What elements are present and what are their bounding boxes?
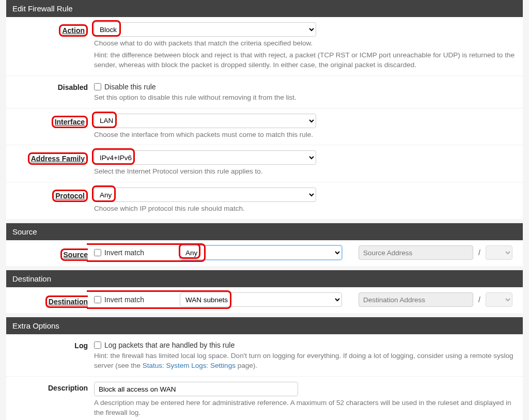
row-protocol: Protocol Any Choose which IP protocol th… <box>6 182 523 219</box>
destination-invert-wrap[interactable]: Invert match <box>94 295 177 304</box>
source-mask-select <box>486 245 512 260</box>
label-description: Description <box>12 382 94 392</box>
source-type-select[interactable]: Any <box>180 245 342 260</box>
source-invert-label: Invert match <box>104 248 144 257</box>
row-description: Description A description may be entered… <box>6 377 523 420</box>
panel-destination: Destination Destination Invert match WAN… <box>6 270 523 313</box>
slash-sep-dest: / <box>476 295 483 304</box>
destination-type-select[interactable]: WAN subnets <box>180 292 342 307</box>
source-address-input <box>359 245 473 260</box>
label-address-family: Address Family <box>31 154 85 163</box>
panel-extra-options: Extra Options Log Log packets that are h… <box>6 317 523 420</box>
label-log: Log <box>12 339 94 350</box>
help-address-family: Select the Internet Protocol version thi… <box>94 167 517 177</box>
row-address-family: Address Family IPv4+IPv6 Select the Inte… <box>6 145 523 182</box>
protocol-select[interactable]: Any <box>94 188 316 202</box>
status-system-logs-link[interactable]: Status: System Logs: Settings <box>143 362 236 369</box>
label-disabled: Disabled <box>12 81 94 91</box>
highlight-address-family: Address Family <box>28 152 88 165</box>
label-protocol: Protocol <box>55 192 85 200</box>
source-invert-checkbox[interactable] <box>94 249 101 256</box>
section-header-destination: Destination <box>6 270 523 287</box>
label-destination: Destination <box>49 298 88 306</box>
log-checkbox[interactable] <box>94 341 101 349</box>
row-log: Log Log packets that are handled by this… <box>6 334 523 377</box>
highlight-interface: Interface <box>52 116 88 128</box>
disabled-checkbox-wrap[interactable]: Disable this rule <box>94 81 517 91</box>
panel-source: Source Source Invert match Any / <box>6 223 523 266</box>
source-invert-wrap[interactable]: Invert match <box>94 248 177 257</box>
address-family-select[interactable]: IPv4+IPv6 <box>94 150 316 165</box>
section-header-edit: Edit Firewall Rule <box>6 0 523 17</box>
row-action: Action Block Choose what to do with pack… <box>6 17 523 76</box>
highlight-action: Action <box>59 24 88 37</box>
disabled-checkbox-label: Disable this rule <box>104 83 156 91</box>
help-disabled: Set this option to disable this rule wit… <box>94 93 517 103</box>
description-input[interactable] <box>94 382 298 396</box>
row-destination: Destination Invert match WAN subnets / <box>6 287 523 313</box>
highlight-source: Source <box>60 248 88 261</box>
help-log: Hint: the firewall has limited local log… <box>94 351 517 371</box>
log-checkbox-label: Log packets that are handled by this rul… <box>104 341 235 349</box>
help-log-post: page). <box>236 362 257 369</box>
destination-invert-checkbox[interactable] <box>94 296 101 303</box>
section-header-extra: Extra Options <box>6 317 523 334</box>
panel-edit-firewall-rule: Edit Firewall Rule Action Block Choose w… <box>6 0 523 219</box>
help-description: A description may be entered here for ad… <box>94 398 517 418</box>
row-disabled: Disabled Disable this rule Set this opti… <box>6 76 523 108</box>
label-action: Action <box>62 26 85 35</box>
help-action-1: Choose what to do with packets that matc… <box>94 39 517 49</box>
help-interface: Choose the interface from which packets … <box>94 130 517 140</box>
highlight-destination: Destination <box>45 295 88 308</box>
destination-address-input <box>359 292 473 307</box>
slash-sep-source: / <box>476 248 483 257</box>
row-interface: Interface LAN Choose the interface from … <box>6 108 523 146</box>
help-protocol: Choose which IP protocol this rule shoul… <box>94 204 517 214</box>
row-source: Source Invert match Any / <box>6 240 523 266</box>
destination-invert-label: Invert match <box>104 295 144 304</box>
action-select[interactable]: Block <box>94 22 316 37</box>
label-source: Source <box>64 251 88 259</box>
interface-select[interactable]: LAN <box>94 114 316 128</box>
help-action-2: Hint: the difference between block and r… <box>94 51 517 70</box>
label-interface: Interface <box>55 118 85 126</box>
destination-mask-select <box>486 292 512 307</box>
disabled-checkbox[interactable] <box>94 83 101 90</box>
section-header-source: Source <box>6 223 523 240</box>
highlight-protocol: Protocol <box>52 190 88 202</box>
log-checkbox-wrap[interactable]: Log packets that are handled by this rul… <box>94 339 517 349</box>
